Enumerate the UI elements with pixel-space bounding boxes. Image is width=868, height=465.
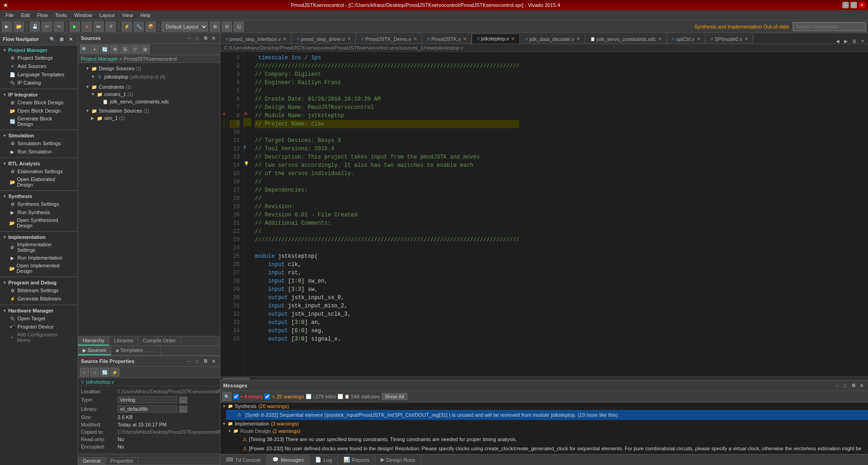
tab-jstk-decoder[interactable]: V jstk_data_decoder.v ✕	[520, 34, 585, 44]
nav-open-implemented-design[interactable]: 📂Open Implemented Design	[0, 262, 78, 275]
msg-search-btn[interactable]: 🔍	[222, 392, 231, 401]
tab-spimode0-close[interactable]: ✕	[744, 36, 748, 41]
menu-layout[interactable]: Layout	[96, 11, 118, 19]
nav-create-block-design[interactable]: ⊞Create Block Design	[0, 98, 78, 107]
section-program-debug-header[interactable]: ▼ Program and Debug	[0, 279, 78, 286]
tab-spictrl-close[interactable]: ✕	[697, 36, 700, 41]
nav-open-elaborated-design[interactable]: 📂Open Elaborated Design	[0, 176, 78, 188]
menu-tools[interactable]: Tools	[51, 11, 71, 19]
nav-elaboration-settings[interactable]: ⚙Elaboration Settings	[0, 167, 78, 176]
msg-item-synth-1[interactable]: ⚠ [Synth 8-3332] Sequential element (\jo…	[226, 410, 868, 420]
prop-library-field[interactable]	[118, 405, 177, 413]
nav-open-target[interactable]: 🔌Open Target	[0, 314, 78, 323]
split-btn[interactable]: ⊞	[851, 39, 858, 44]
nav-bitstream-settings[interactable]: ⚙Bitstream Settings	[0, 286, 78, 295]
msg-section-impl-header[interactable]: ▼ 📁 Implementation (3 warnings)	[220, 420, 868, 427]
bottom-tab-console[interactable]: ⌨Td Console	[220, 454, 267, 465]
prop-type-btn[interactable]: ...	[179, 397, 187, 403]
sources-add-btn[interactable]: +	[90, 45, 99, 54]
tab-jstk-constraints[interactable]: 📋 jstk_servo_constraints.xdc ✕	[585, 34, 667, 44]
xdc-row[interactable]: 📋 jstk_servo_constraints.xdc	[89, 98, 220, 105]
section-project-manager-header[interactable]: ▼ Project Manager	[0, 46, 78, 54]
reset-button[interactable]: ↺	[106, 22, 116, 32]
code-area[interactable]: ✕ 12345 678910 1112131415 1617181920 212…	[220, 52, 868, 376]
section-rtl-analysis-header[interactable]: ▼ RTL Analysis	[0, 160, 78, 167]
props-action-btn[interactable]: ⚡	[110, 368, 119, 377]
nav-search-button[interactable]: 🔍	[48, 35, 56, 43]
code-content[interactable]: `timescale 1ns / 1ps ///////////////////…	[251, 52, 523, 376]
show-all-button[interactable]: Show All	[382, 393, 407, 400]
menu-help[interactable]: Help	[136, 11, 154, 19]
close-button[interactable]: ✕	[859, 2, 865, 8]
nav-add-sources[interactable]: +Add Sources	[0, 62, 78, 70]
nav-add-config-mem[interactable]: +Add Configuration Memo	[0, 331, 78, 344]
tab-jstksteptop-close[interactable]: ✕	[511, 36, 515, 41]
sources-close-btn[interactable]: ✕	[210, 34, 217, 42]
sources-search-btn[interactable]: 🔍	[80, 45, 89, 54]
section-ip-integrator-header[interactable]: ▼ IP Integrator	[0, 91, 78, 98]
sources-maximize-btn[interactable]: □	[193, 34, 201, 42]
messages-minimize[interactable]: ─	[833, 382, 840, 389]
nav-run-synthesis[interactable]: ▶Run Synthesis	[0, 208, 78, 216]
menu-file[interactable]: File	[2, 11, 17, 19]
nav-open-synthesized-design[interactable]: 📂Open Synthesized Design	[0, 216, 78, 229]
props-subtab-general[interactable]: General	[78, 457, 106, 465]
open-button[interactable]: 📂	[14, 22, 24, 32]
jstk-top-row[interactable]: ▼ V jstksteptop (jstksteptop.v) (4)	[84, 73, 220, 80]
props-scroll-area[interactable]	[78, 452, 220, 457]
constraints-row[interactable]: ▼ 📁 Constraints (1)	[78, 83, 220, 91]
collapse-right-btn[interactable]: ▶	[842, 39, 850, 44]
collapse-left-btn[interactable]: ◀	[834, 39, 841, 44]
tab-jstk-constraints-close[interactable]: ✕	[658, 36, 662, 41]
msg-warnings-checkbox[interactable]	[265, 394, 270, 399]
subtab-templates[interactable]: ■Templates .........	[111, 346, 161, 355]
tab-compile-order[interactable]: Compile Order	[138, 336, 181, 346]
design-sources-row[interactable]: ▼ 📁 Design Sources (1)	[78, 65, 220, 72]
prop-library-btn[interactable]: ...	[179, 406, 187, 413]
nav-simulation-settings[interactable]: ⚙Simulation Settings	[0, 139, 78, 147]
section-synthesis-header[interactable]: ▼ Synthesis	[0, 193, 78, 200]
tab-libraries[interactable]: Libraries	[109, 336, 138, 346]
msg-item-power[interactable]: ⚠ [Power 33-232] No user defined clocks …	[226, 444, 868, 454]
sim1-row[interactable]: ▶ 📁 sim_1 (1)	[84, 114, 220, 122]
new-project-button[interactable]: ▶	[2, 22, 12, 32]
menu-flow[interactable]: Flow	[34, 11, 51, 19]
section-simulation-header[interactable]: ▼ Simulation	[0, 132, 78, 139]
props-subtab-properties[interactable]: Properties	[106, 457, 138, 465]
nav-program-device[interactable]: 📲Program Device	[0, 323, 78, 331]
nav-collapse-button[interactable]: ✕	[67, 35, 75, 43]
nav-generate-bitstream[interactable]: ⚡Generate Bitstream	[0, 295, 78, 303]
subtab-sources[interactable]: ▶Sources	[78, 346, 111, 355]
msg-statuses-checkbox[interactable]	[338, 394, 343, 399]
menu-view[interactable]: View	[118, 11, 137, 19]
tab-jstksteptop[interactable]: V jstksteptop.v ✕	[472, 34, 520, 44]
tab-pmodjstk[interactable]: V PmodJSTK.v ✕	[422, 34, 472, 44]
messages-maximize[interactable]: □	[841, 382, 849, 389]
bottom-tab-log[interactable]: 📄Log	[310, 454, 338, 465]
file-props-maximize[interactable]: □	[193, 357, 201, 365]
messages-close[interactable]: ✕	[858, 382, 865, 389]
messages-content[interactable]: ▼ 📁 Synthesis (20 warnings) ⚠ [Synth 8-3…	[220, 403, 868, 454]
menu-edit[interactable]: Edit	[17, 11, 34, 19]
sim1-toggle[interactable]: ▶	[91, 116, 96, 120]
sim-sources-toggle[interactable]: ▼	[85, 108, 91, 113]
sources-settings-btn[interactable]: ⚙	[110, 45, 119, 54]
undo-button[interactable]: ↩	[42, 22, 52, 32]
props-refresh-btn[interactable]: 🔄	[100, 368, 109, 377]
tab-jstk-decoder-close[interactable]: ✕	[576, 36, 580, 41]
constrs1-toggle[interactable]: ▼	[91, 92, 96, 96]
props-back-btn[interactable]: ←	[80, 368, 89, 377]
nav-ip-catalog[interactable]: 🔌IP Catalog	[0, 79, 78, 87]
tab-spictrl[interactable]: V spiCtrl.v ✕	[667, 34, 705, 44]
constrs1-row[interactable]: ▼ 📁 constrs_1 (1)	[84, 91, 220, 98]
nav-run-simulation[interactable]: ▶Run Simulation	[0, 147, 78, 156]
layout-btn3[interactable]: ◱	[234, 22, 244, 32]
stop-button[interactable]: ■	[82, 22, 92, 32]
close-all-btn[interactable]: ✕	[859, 39, 866, 44]
file-props-minimize[interactable]: ─	[185, 357, 192, 365]
msg-item-timing[interactable]: ⚠ [Timing 38-313] There are no user spec…	[226, 435, 868, 444]
nav-language-templates[interactable]: 📄Language Templates	[0, 70, 78, 79]
run-button[interactable]: ▶	[70, 22, 80, 32]
nav-project-settings[interactable]: ⚙Project Settings	[0, 54, 78, 62]
tab-pmod-step-driver[interactable]: V pmod_step_driver.v ✕	[292, 34, 356, 44]
